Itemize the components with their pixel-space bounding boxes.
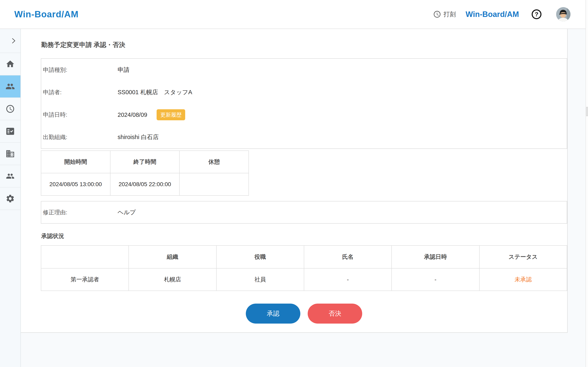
clock-icon (6, 104, 15, 114)
sidebar-item-schedule[interactable] (0, 98, 20, 120)
field-value: SS0001 札幌店 スタッフA (118, 88, 192, 96)
approval-data-row: 第一承認者 札幌店 社員 - - 未承認 (41, 268, 567, 291)
approval-header-approver (41, 245, 129, 268)
app-logo: Win-Board/AM (14, 9, 79, 19)
content-card: 勤務予定変更申請 承認・否決 申請種別: 申請 申請者: SS0001 札幌店 … (21, 29, 568, 333)
scrollbar-thumb[interactable] (586, 107, 588, 116)
approval-datetime: - (392, 268, 479, 291)
clock-icon (433, 10, 441, 18)
product-name-link[interactable]: Win-Board/AM (466, 10, 519, 19)
sidebar-item-settings[interactable] (0, 188, 20, 210)
field-label: 申請種別: (41, 66, 118, 74)
request-info-box: 申請種別: 申請 申請者: SS0001 札幌店 スタッフA 申請日時: 202… (41, 58, 567, 149)
header-right-cluster: 打刻 Win-Board/AM ? (433, 7, 571, 21)
schedule-start-time: 2024/08/05 13:00:00 (41, 173, 110, 196)
reason-box: 修正理由: ヘルプ (41, 201, 567, 224)
field-applicant: 申請者: SS0001 札幌店 スタッフA (41, 81, 567, 104)
approval-header-position: 役職 (216, 245, 304, 268)
sidebar (0, 29, 21, 367)
chevron-right-icon (10, 37, 17, 44)
approval-status-heading: 承認状況 (41, 232, 567, 240)
page-title: 勤務予定変更申請 承認・否決 (41, 41, 567, 49)
sidebar-expand-button[interactable] (0, 29, 20, 53)
home-icon (6, 59, 15, 69)
building-icon (6, 149, 15, 158)
approval-table: 組織 役職 氏名 承認日時 ステータス 第一承認者 札幌店 社員 - (41, 245, 567, 291)
approval-header-row: 組織 役職 氏名 承認日時 ステータス (41, 245, 567, 268)
approval-header-datetime: 承認日時 (392, 245, 479, 268)
approve-button[interactable]: 承認 (246, 304, 300, 324)
fact-check-icon (6, 127, 15, 136)
punch-label: 打刻 (444, 10, 456, 18)
help-glyph: ? (535, 11, 538, 18)
approver-role: 第一承認者 (41, 268, 129, 291)
app-header: Win-Board/AM 打刻 Win-Board/AM ? (0, 0, 588, 29)
approval-header-organization: 組織 (129, 245, 216, 268)
field-request-type: 申請種別: 申請 (41, 59, 567, 81)
field-label: 出勤組織: (41, 133, 118, 141)
main-area: 勤務予定変更申請 承認・否決 申請種別: 申請 申請者: SS0001 札幌店 … (21, 29, 588, 367)
sidebar-item-staff[interactable] (0, 75, 20, 98)
reason-value: ヘルプ (118, 208, 136, 217)
field-label: 申請者: (41, 89, 118, 96)
field-work-organization: 出勤組織: shiroishi 白石店 (41, 126, 567, 149)
help-icon[interactable]: ? (532, 9, 541, 19)
avatar-photo-icon (556, 7, 571, 21)
approver-organization: 札幌店 (129, 268, 216, 291)
sidebar-item-organization[interactable] (0, 143, 20, 165)
field-request-date: 申請日時: 2024/08/09 更新履歴 (41, 104, 567, 126)
sidebar-item-approvals[interactable] (0, 120, 20, 143)
status-badge: 未承認 (479, 268, 567, 291)
schedule-header-break: 休憩 (180, 151, 249, 173)
approver-name: - (304, 268, 392, 291)
approval-header-name: 氏名 (304, 245, 392, 268)
field-value: shiroishi 白石店 (118, 133, 159, 141)
sidebar-item-home[interactable] (0, 53, 20, 75)
field-value: 申請 (118, 66, 130, 74)
approver-position: 社員 (216, 268, 304, 291)
reason-label: 修正理由: (41, 209, 118, 216)
schedule-header-row: 開始時間 終了時間 休憩 (41, 151, 249, 173)
settings-icon (6, 194, 15, 203)
schedule-end-time: 2024/08/05 22:00:00 (110, 173, 180, 196)
sidebar-item-members[interactable] (0, 165, 20, 188)
field-value: 2024/08/09 (118, 111, 147, 118)
action-buttons: 承認 否決 (41, 304, 567, 324)
reject-button[interactable]: 否決 (308, 304, 362, 324)
schedule-header-end: 終了時間 (110, 151, 180, 173)
app-root: Win-Board/AM 打刻 Win-Board/AM ? (0, 0, 588, 367)
approval-header-status: ステータス (479, 245, 567, 268)
schedule-break-time (180, 173, 249, 196)
update-history-badge[interactable]: 更新履歴 (156, 109, 185, 120)
punch-clock-button[interactable]: 打刻 (433, 10, 456, 18)
schedule-table: 開始時間 終了時間 休憩 2024/08/05 13:00:00 2024/08… (41, 150, 249, 196)
scrollbar-track[interactable] (586, 0, 588, 367)
people-alt-icon (6, 172, 15, 180)
people-icon (6, 82, 15, 91)
schedule-data-row: 2024/08/05 13:00:00 2024/08/05 22:00:00 (41, 173, 249, 196)
schedule-header-start: 開始時間 (41, 151, 110, 173)
field-label: 申請日時: (41, 111, 118, 119)
page-body: 勤務予定変更申請 承認・否決 申請種別: 申請 申請者: SS0001 札幌店 … (0, 29, 588, 367)
avatar[interactable] (556, 7, 571, 21)
